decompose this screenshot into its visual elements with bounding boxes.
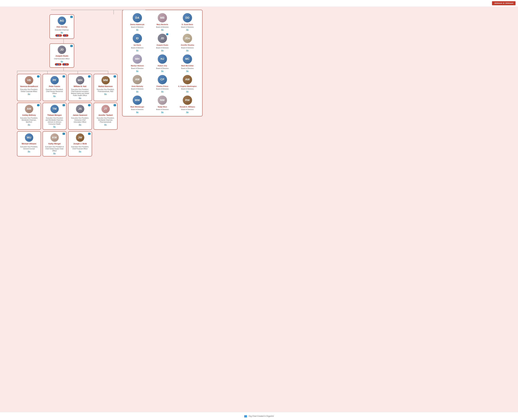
person-name: Vanessa Broadhurst <box>20 85 38 88</box>
avatar: AG <box>58 16 66 25</box>
bio-link[interactable]: Bio <box>45 153 64 154</box>
bio-link[interactable]: Bio <box>186 70 188 72</box>
bio-link[interactable]: Bio <box>186 29 188 31</box>
board-card-4: JD in Joaquin Duato Board of Directors B… <box>150 34 174 51</box>
board-card-1: MB Mary Beckerle Board of Directors Bio <box>150 13 174 31</box>
brand-button[interactable]: Johnson & Johnson <box>492 1 516 5</box>
bio-link[interactable]: Bio <box>136 70 138 72</box>
bio-link[interactable]: Bio <box>161 50 164 51</box>
report-card-10: in JW Joseph J. Wolk Executive Vice Pres… <box>68 131 92 157</box>
bio-link[interactable]: Bio <box>20 93 38 95</box>
linkedin-icon[interactable]: in <box>70 45 73 47</box>
footer-text: Org Chart Created in Organimi <box>248 415 274 417</box>
person-name: Thibaut Mongon <box>45 114 64 117</box>
person-name: Ashley McEvoy <box>20 114 38 117</box>
board-card-11: AW A. Eugene Washington Board of Directo… <box>176 75 199 92</box>
bio-link[interactable]: Bio <box>20 124 38 126</box>
linkedin-icon[interactable]: in <box>88 133 90 135</box>
avatar: JD <box>58 45 66 54</box>
linkedin-icon[interactable]: in <box>37 75 39 77</box>
bio-link[interactable]: Bio <box>136 50 138 51</box>
linkedin-icon[interactable]: in <box>37 104 39 106</box>
avatar: AW <box>183 75 192 84</box>
avatar: KW <box>50 133 59 142</box>
bio-link[interactable]: Bio <box>52 60 72 62</box>
board-card-0: DA Darius Adamczyk Board of Directors Bi… <box>126 13 149 31</box>
avatar: MM <box>101 76 110 84</box>
linkedin-icon[interactable]: in <box>63 75 65 77</box>
bio-link[interactable]: Bio <box>161 111 164 113</box>
bio-link[interactable]: Bio <box>70 97 90 99</box>
bio-link[interactable]: Bio <box>186 50 188 51</box>
report-card-7: in JT Jennifer Taubert Executive Vice Pr… <box>94 103 118 130</box>
avatar: MW <box>133 96 142 105</box>
alex-gorsky-card: in AG Alex Gorsky Executive Chairman Bio… <box>50 14 74 39</box>
bio-link[interactable]: Bio <box>45 95 64 97</box>
linkedin-icon[interactable]: in <box>70 16 73 18</box>
person-title: Chief Executive Officer <box>52 58 72 60</box>
bio-link[interactable]: Bio <box>52 32 72 33</box>
bio-link[interactable]: Bio <box>161 70 164 72</box>
avatar: RW <box>183 96 192 105</box>
linkedin-icon[interactable]: in <box>114 75 116 77</box>
person-title: Board of Directors <box>131 26 144 28</box>
linkedin-icon[interactable]: in <box>63 133 65 135</box>
linkedin-icon[interactable]: in <box>63 104 65 106</box>
person-title: Board of Directors <box>181 68 194 69</box>
bio-link[interactable]: Bio <box>161 91 164 92</box>
bio-link[interactable]: Bio <box>186 111 188 113</box>
avatar: NW <box>158 96 167 105</box>
report-card-0: in VB Vanessa Broadhurst Executive Vice … <box>17 74 41 101</box>
person-title: Executive Chairman <box>52 29 72 31</box>
avatar: VB <box>25 76 33 84</box>
person-title: Board of Directors <box>156 26 169 28</box>
person-name: Darius Adamczyk <box>130 23 144 25</box>
board-card-6: MH Marilyn Hewson Board of Directors Bio <box>126 54 149 72</box>
linkedin-icon[interactable]: in <box>88 75 90 77</box>
person-name: Charles Prince <box>156 85 168 87</box>
person-title: Board of Directors <box>156 47 169 49</box>
person-name: Mary Beckerle <box>157 23 168 25</box>
avatar: JDo <box>183 34 192 43</box>
direct-badge2: 👤 11 <box>62 63 69 66</box>
person-name: James Swanson <box>70 114 90 117</box>
person-title: Board of Directors <box>156 109 169 111</box>
reports-badge: 👥 12 <box>55 34 62 37</box>
person-title: Executive Vice President, Chief Human Re… <box>45 88 64 94</box>
bio-link[interactable]: Bio <box>136 111 138 113</box>
bio-link[interactable]: Bio <box>70 124 90 126</box>
report-card-6: in JS James Swanson Executive Vice Presi… <box>68 103 92 130</box>
bio-link[interactable]: Bio <box>96 124 115 126</box>
linkedin-badge: in <box>166 33 168 35</box>
bio-link[interactable]: Bio <box>96 93 115 95</box>
person-name: Marilyn Hewson <box>131 65 144 67</box>
avatar: AM <box>133 75 142 84</box>
reports-badge2: 👥 11 <box>55 63 61 66</box>
avatar: AM <box>25 105 33 113</box>
avatar: DD <box>183 13 192 22</box>
person-name: Peter Fasolo <box>45 85 64 88</box>
footer: 👥 Org Chart Created in Organimi <box>0 412 518 420</box>
person-name: Kathy Wengel <box>45 143 64 145</box>
person-title: Executive Vice President & Chief Global … <box>45 146 64 152</box>
avatar: HJ <box>158 54 167 64</box>
linkedin-icon[interactable]: in <box>114 104 116 106</box>
avatar: JW <box>76 133 84 142</box>
bio-link[interactable]: Bio <box>20 150 38 152</box>
person-name: William N. Hait <box>70 85 90 88</box>
avatar: WH <box>76 76 84 84</box>
bio-link[interactable]: Bio <box>70 150 90 152</box>
direct-badge: 👤 1 <box>63 34 68 37</box>
person-title: Board of Directors <box>131 88 144 90</box>
bio-link[interactable]: Bio <box>136 29 138 31</box>
bio-link[interactable]: Bio <box>186 91 188 92</box>
bio-link[interactable]: Bio <box>45 126 64 128</box>
bio-link[interactable]: Bio <box>136 91 138 92</box>
board-card-14: RW Ronald A. Williams Board of Directors… <box>176 96 199 113</box>
bio-link[interactable]: Bio <box>161 29 164 31</box>
organimi-icon: 👥 <box>244 415 247 418</box>
report-card-3: in MM Mathai Mammen Executive Vice Presi… <box>94 74 118 101</box>
avatar: ID <box>133 34 142 43</box>
avatar: CP <box>158 75 167 84</box>
linkedin-icon[interactable]: in <box>88 104 90 106</box>
